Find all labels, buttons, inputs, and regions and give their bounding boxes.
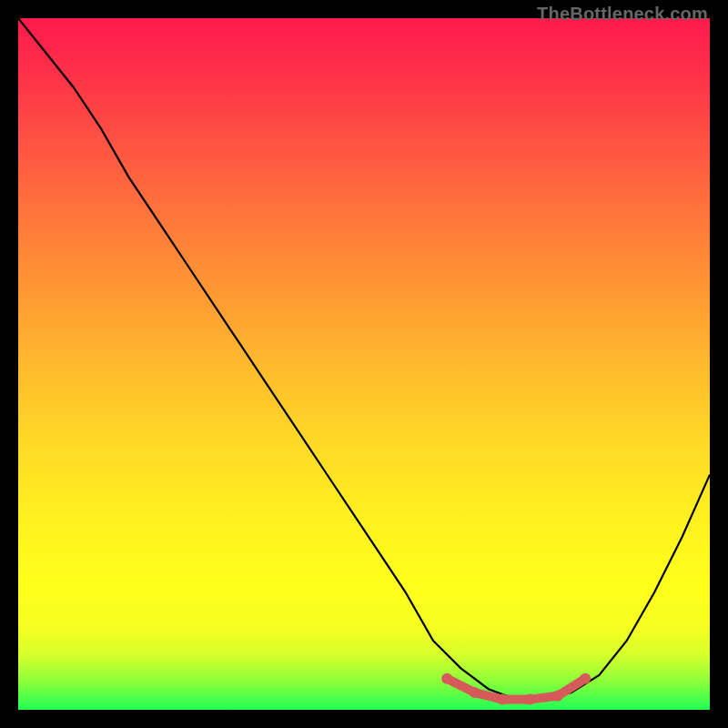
highlight-dot xyxy=(441,673,452,684)
bottleneck-curve xyxy=(18,18,710,700)
highlight-region xyxy=(441,673,591,705)
highlight-dot xyxy=(470,687,480,698)
watermark-text: TheBottleneck.com xyxy=(537,4,708,25)
highlight-dot xyxy=(580,673,591,684)
highlight-stroke xyxy=(447,679,585,700)
chart-frame: TheBottleneck.com xyxy=(0,0,728,728)
chart-svg xyxy=(18,18,710,710)
plot-area xyxy=(18,18,710,710)
highlight-dot xyxy=(524,694,535,705)
highlight-dot xyxy=(497,694,508,705)
highlight-dot xyxy=(552,691,563,702)
